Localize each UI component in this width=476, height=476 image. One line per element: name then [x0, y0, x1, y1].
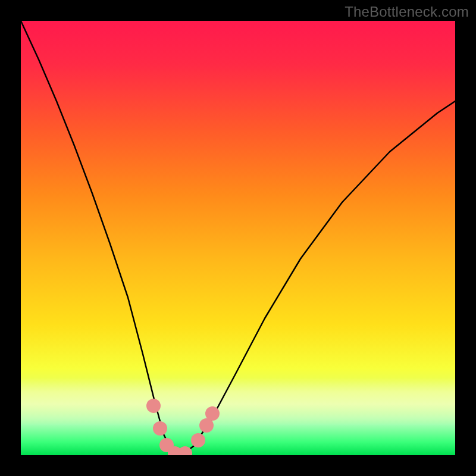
chart-highlight-band	[21, 378, 455, 425]
watermark-text: TheBottleneck.com	[345, 4, 469, 20]
